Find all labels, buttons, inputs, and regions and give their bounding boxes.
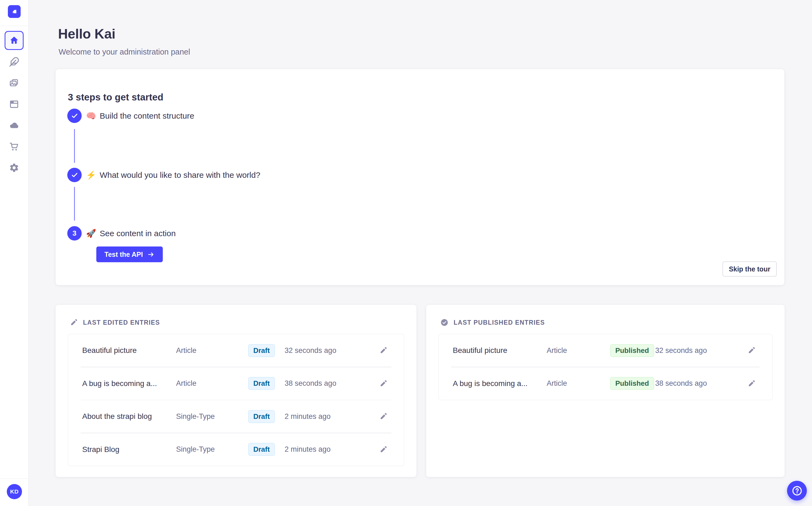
skip-tour-label: Skip the tour — [729, 265, 771, 273]
pencil-icon — [379, 380, 387, 388]
edit-entry-button[interactable] — [375, 342, 392, 359]
step-3-number: 3 — [73, 229, 76, 238]
step-1-indicator — [67, 108, 82, 123]
step-3-label: 🚀 See content in action — [86, 226, 176, 241]
table-row: A bug is becoming a... Article Draft 38 … — [68, 367, 404, 400]
step-3-indicator: 3 — [67, 226, 82, 241]
edit-entry-button[interactable] — [375, 408, 392, 425]
sidebar-top-divider — [0, 26, 28, 26]
entry-type: Article — [547, 346, 609, 355]
last-edited-table: Beautiful picture Article Draft 32 secon… — [68, 334, 404, 466]
entry-time: 2 minutes ago — [285, 412, 375, 421]
skip-tour-button[interactable]: Skip the tour — [722, 261, 777, 277]
entry-title: Beautiful picture — [82, 346, 176, 355]
pencil-icon — [747, 346, 755, 354]
entry-title: About the strapi blog — [82, 412, 176, 421]
edit-entry-button[interactable] — [743, 375, 759, 392]
entry-title: Strapi Blog — [82, 445, 176, 454]
page-subtitle: Welcome to your administration panel — [59, 48, 190, 57]
status-badge: Published — [610, 377, 654, 390]
test-api-label: Test the API — [104, 251, 143, 258]
step-2-indicator — [67, 168, 82, 182]
last-edited-title: LAST EDITED ENTRIES — [83, 319, 160, 326]
check-circle-icon — [440, 318, 448, 327]
entry-time: 32 seconds ago — [655, 346, 743, 355]
step-connector — [74, 129, 75, 163]
layout-builder-icon — [9, 99, 19, 109]
question-mark-icon — [791, 485, 803, 497]
status-badge: Draft — [248, 344, 275, 357]
strapi-admin-dashboard: KD Hello Kai Welcome to your administrat… — [0, 0, 812, 506]
sidebar-item-content-manager[interactable] — [5, 53, 24, 71]
status-badge: Draft — [248, 377, 275, 390]
marketplace-cart-icon — [9, 142, 19, 152]
media-library-icon — [9, 78, 19, 88]
last-edited-panel: LAST EDITED ENTRIES Beautiful picture Ar… — [56, 305, 416, 477]
check-icon — [71, 171, 79, 179]
pencil-icon — [379, 346, 387, 354]
brain-emoji: 🧠 — [86, 111, 96, 120]
table-row: Beautiful picture Article Published 32 s… — [439, 334, 772, 367]
status-badge: Draft — [248, 443, 275, 456]
check-icon — [71, 112, 79, 120]
entry-title: A bug is becoming a... — [82, 379, 176, 388]
step-2-label: ⚡ What would you like to share with the … — [86, 168, 260, 182]
entry-time: 38 seconds ago — [655, 379, 743, 388]
feather-pen-icon — [9, 57, 19, 67]
sidebar-item-content-type-builder[interactable] — [5, 95, 24, 114]
help-button[interactable] — [787, 481, 807, 501]
step-1-label: 🧠 Build the content structure — [86, 108, 194, 123]
avatar[interactable]: KD — [7, 484, 22, 499]
step-connector — [74, 187, 75, 221]
entry-type: Article — [547, 379, 609, 388]
strapi-logo[interactable] — [8, 5, 21, 18]
page-title: Hello Kai — [58, 26, 115, 42]
last-edited-header: LAST EDITED ENTRIES — [70, 318, 160, 327]
last-published-table: Beautiful picture Article Published 32 s… — [438, 334, 773, 400]
sidebar-item-media-library[interactable] — [5, 74, 24, 93]
edit-entry-button[interactable] — [375, 441, 392, 458]
edit-entry-button[interactable] — [743, 342, 759, 359]
entry-type: Article — [176, 379, 238, 388]
pencil-icon — [379, 445, 387, 453]
entry-time: 2 minutes ago — [285, 445, 375, 453]
step-2-text: What would you like to share with the wo… — [100, 170, 260, 180]
pencil-icon — [747, 380, 755, 388]
step-1-text: Build the content structure — [100, 111, 194, 120]
status-badge: Draft — [248, 410, 275, 423]
entry-time: 38 seconds ago — [285, 379, 375, 388]
status-badge: Published — [610, 344, 654, 357]
sidebar-bottom-divider — [0, 479, 28, 479]
test-api-button[interactable]: Test the API — [96, 247, 163, 262]
entry-type: Single-Type — [176, 412, 238, 421]
sidebar-item-settings[interactable] — [5, 158, 24, 177]
edit-entry-button[interactable] — [375, 375, 392, 392]
sidebar-item-cloud[interactable] — [5, 116, 24, 135]
home-icon — [9, 35, 19, 46]
entry-type: Article — [176, 346, 238, 355]
sidebar-item-marketplace[interactable] — [5, 137, 24, 156]
guided-tour-card: 3 steps to get started 🧠 Build the conte… — [56, 69, 784, 285]
last-published-panel: LAST PUBLISHED ENTRIES Beautiful picture… — [426, 305, 785, 477]
avatar-initials: KD — [10, 488, 18, 495]
table-row: Beautiful picture Article Draft 32 secon… — [68, 334, 404, 367]
table-row: A bug is becoming a... Article Published… — [439, 367, 772, 400]
guided-tour-title: 3 steps to get started — [68, 92, 163, 103]
strapi-logo-icon — [10, 7, 19, 16]
table-row: Strapi Blog Single-Type Draft 2 minutes … — [68, 433, 404, 466]
sidebar: KD — [0, 0, 28, 506]
table-row: About the strapi blog Single-Type Draft … — [68, 400, 404, 433]
step-3-text: See content in action — [100, 229, 176, 238]
last-published-title: LAST PUBLISHED ENTRIES — [453, 319, 545, 326]
pencil-icon — [379, 412, 387, 420]
sidebar-item-home[interactable] — [5, 31, 24, 50]
last-published-header: LAST PUBLISHED ENTRIES — [440, 318, 545, 327]
cloud-icon — [9, 120, 19, 131]
arrow-right-icon — [147, 251, 155, 258]
entry-type: Single-Type — [176, 445, 238, 453]
entry-title: Beautiful picture — [453, 346, 547, 355]
settings-gear-icon — [9, 163, 19, 173]
rocket-emoji: 🚀 — [86, 229, 96, 238]
entry-time: 32 seconds ago — [285, 346, 375, 355]
pencil-icon — [70, 318, 78, 327]
